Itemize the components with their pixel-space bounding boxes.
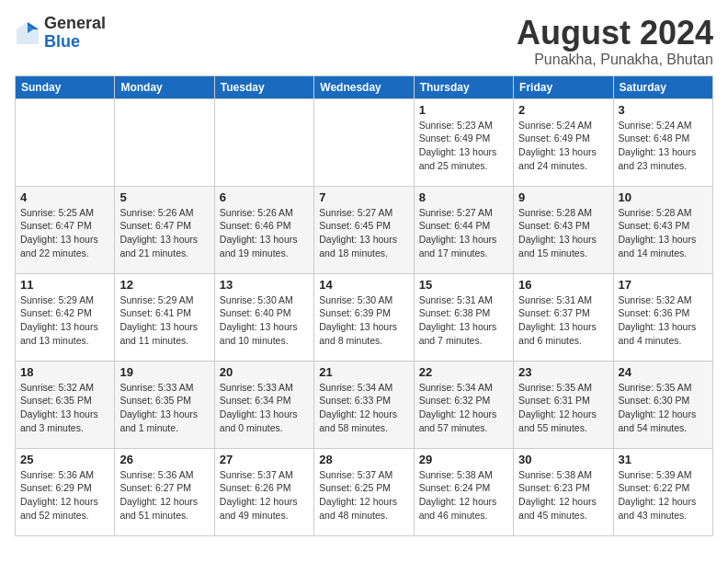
day-info: Sunrise: 5:31 AM Sunset: 6:38 PM Dayligh… — [419, 293, 508, 348]
week-row-4: 18Sunrise: 5:32 AM Sunset: 6:35 PM Dayli… — [16, 361, 713, 448]
day-info: Sunrise: 5:38 AM Sunset: 6:23 PM Dayligh… — [518, 468, 608, 523]
calendar-cell: 27Sunrise: 5:37 AM Sunset: 6:26 PM Dayli… — [214, 448, 313, 535]
month-title: August 2024 — [517, 15, 713, 52]
day-number: 22 — [419, 365, 508, 379]
day-info: Sunrise: 5:30 AM Sunset: 6:39 PM Dayligh… — [319, 293, 408, 348]
calendar-cell: 22Sunrise: 5:34 AM Sunset: 6:32 PM Dayli… — [414, 361, 513, 448]
calendar-cell: 13Sunrise: 5:30 AM Sunset: 6:40 PM Dayli… — [214, 273, 313, 361]
day-info: Sunrise: 5:31 AM Sunset: 6:37 PM Dayligh… — [518, 293, 608, 348]
day-number: 29 — [419, 453, 508, 466]
calendar-cell: 26Sunrise: 5:36 AM Sunset: 6:27 PM Dayli… — [115, 448, 214, 535]
calendar-cell: 15Sunrise: 5:31 AM Sunset: 6:38 PM Dayli… — [414, 273, 513, 361]
page-header: General Blue August 2024 Punakha, Punakh… — [15, 15, 713, 68]
weekday-header-friday: Friday — [514, 75, 613, 98]
day-info: Sunrise: 5:36 AM Sunset: 6:27 PM Dayligh… — [119, 468, 209, 523]
day-number: 24 — [619, 365, 708, 379]
weekday-header-thursday: Thursday — [414, 75, 513, 98]
day-info: Sunrise: 5:32 AM Sunset: 6:36 PM Dayligh… — [619, 293, 708, 348]
day-number: 31 — [619, 453, 708, 466]
day-number: 3 — [619, 103, 708, 117]
day-number: 27 — [220, 453, 309, 466]
day-number: 17 — [619, 278, 708, 292]
day-number: 5 — [119, 190, 209, 204]
day-info: Sunrise: 5:28 AM Sunset: 6:43 PM Dayligh… — [619, 206, 708, 260]
day-info: Sunrise: 5:34 AM Sunset: 6:33 PM Dayligh… — [319, 381, 408, 435]
day-number: 7 — [319, 190, 408, 204]
day-number: 8 — [419, 190, 508, 204]
weekday-header-saturday: Saturday — [613, 75, 712, 98]
calendar-cell: 6Sunrise: 5:26 AM Sunset: 6:46 PM Daylig… — [214, 186, 313, 273]
weekday-header-tuesday: Tuesday — [214, 75, 313, 98]
calendar-cell — [214, 98, 313, 186]
calendar-cell: 29Sunrise: 5:38 AM Sunset: 6:24 PM Dayli… — [414, 448, 513, 535]
calendar-cell: 21Sunrise: 5:34 AM Sunset: 6:33 PM Dayli… — [314, 361, 414, 448]
day-info: Sunrise: 5:29 AM Sunset: 6:42 PM Dayligh… — [20, 293, 109, 348]
week-row-3: 11Sunrise: 5:29 AM Sunset: 6:42 PM Dayli… — [16, 273, 713, 361]
weekday-header-wednesday: Wednesday — [314, 75, 414, 98]
calendar-cell: 11Sunrise: 5:29 AM Sunset: 6:42 PM Dayli… — [16, 273, 115, 361]
calendar-cell: 30Sunrise: 5:38 AM Sunset: 6:23 PM Dayli… — [514, 448, 613, 535]
day-info: Sunrise: 5:35 AM Sunset: 6:31 PM Dayligh… — [518, 381, 608, 435]
week-row-1: 1Sunrise: 5:23 AM Sunset: 6:49 PM Daylig… — [16, 98, 713, 186]
logo-general: General — [44, 14, 106, 32]
day-info: Sunrise: 5:24 AM Sunset: 6:49 PM Dayligh… — [518, 119, 608, 173]
calendar-cell: 8Sunrise: 5:27 AM Sunset: 6:44 PM Daylig… — [414, 186, 513, 273]
calendar-cell: 14Sunrise: 5:30 AM Sunset: 6:39 PM Dayli… — [314, 273, 414, 361]
day-info: Sunrise: 5:35 AM Sunset: 6:30 PM Dayligh… — [619, 381, 708, 435]
calendar-cell — [115, 98, 214, 186]
day-number: 28 — [319, 453, 408, 466]
day-number: 21 — [319, 365, 408, 379]
calendar-cell: 19Sunrise: 5:33 AM Sunset: 6:35 PM Dayli… — [115, 361, 214, 448]
calendar-cell: 3Sunrise: 5:24 AM Sunset: 6:48 PM Daylig… — [613, 98, 712, 186]
day-number: 4 — [20, 190, 109, 204]
day-info: Sunrise: 5:33 AM Sunset: 6:35 PM Dayligh… — [119, 381, 209, 435]
weekday-header-row: SundayMondayTuesdayWednesdayThursdayFrid… — [16, 75, 713, 98]
calendar-cell: 1Sunrise: 5:23 AM Sunset: 6:49 PM Daylig… — [414, 98, 513, 186]
weekday-header-monday: Monday — [115, 75, 214, 98]
location: Punakha, Punakha, Bhutan — [517, 52, 713, 68]
day-info: Sunrise: 5:26 AM Sunset: 6:47 PM Dayligh… — [119, 206, 209, 260]
calendar-cell: 31Sunrise: 5:39 AM Sunset: 6:22 PM Dayli… — [613, 448, 712, 535]
calendar-cell: 16Sunrise: 5:31 AM Sunset: 6:37 PM Dayli… — [514, 273, 613, 361]
day-number: 18 — [20, 365, 109, 379]
calendar-cell: 9Sunrise: 5:28 AM Sunset: 6:43 PM Daylig… — [514, 186, 613, 273]
calendar-cell: 24Sunrise: 5:35 AM Sunset: 6:30 PM Dayli… — [613, 361, 712, 448]
calendar-cell: 18Sunrise: 5:32 AM Sunset: 6:35 PM Dayli… — [16, 361, 115, 448]
day-info: Sunrise: 5:37 AM Sunset: 6:26 PM Dayligh… — [220, 468, 309, 523]
day-info: Sunrise: 5:37 AM Sunset: 6:25 PM Dayligh… — [319, 468, 408, 523]
calendar-cell: 25Sunrise: 5:36 AM Sunset: 6:29 PM Dayli… — [16, 448, 115, 535]
calendar-cell: 28Sunrise: 5:37 AM Sunset: 6:25 PM Dayli… — [314, 448, 414, 535]
day-number: 6 — [220, 190, 309, 204]
day-number: 9 — [518, 190, 608, 204]
day-info: Sunrise: 5:38 AM Sunset: 6:24 PM Dayligh… — [419, 468, 508, 523]
day-number: 10 — [619, 190, 708, 204]
day-number: 26 — [119, 453, 209, 466]
calendar-cell: 12Sunrise: 5:29 AM Sunset: 6:41 PM Dayli… — [115, 273, 214, 361]
day-info: Sunrise: 5:23 AM Sunset: 6:49 PM Dayligh… — [419, 119, 508, 173]
calendar-cell: 23Sunrise: 5:35 AM Sunset: 6:31 PM Dayli… — [514, 361, 613, 448]
calendar-cell: 2Sunrise: 5:24 AM Sunset: 6:49 PM Daylig… — [514, 98, 613, 186]
calendar-cell: 17Sunrise: 5:32 AM Sunset: 6:36 PM Dayli… — [613, 273, 712, 361]
day-number: 23 — [518, 365, 608, 379]
day-info: Sunrise: 5:30 AM Sunset: 6:40 PM Dayligh… — [220, 293, 309, 348]
day-info: Sunrise: 5:25 AM Sunset: 6:47 PM Dayligh… — [20, 206, 109, 260]
logo: General Blue — [15, 15, 106, 52]
calendar-cell: 5Sunrise: 5:26 AM Sunset: 6:47 PM Daylig… — [115, 186, 214, 273]
day-number: 12 — [119, 278, 209, 292]
day-info: Sunrise: 5:28 AM Sunset: 6:43 PM Dayligh… — [518, 206, 608, 260]
day-number: 2 — [518, 103, 608, 117]
calendar-cell — [314, 98, 414, 186]
day-number: 20 — [220, 365, 309, 379]
calendar-cell: 7Sunrise: 5:27 AM Sunset: 6:45 PM Daylig… — [314, 186, 414, 273]
week-row-2: 4Sunrise: 5:25 AM Sunset: 6:47 PM Daylig… — [16, 186, 713, 273]
calendar-cell: 20Sunrise: 5:33 AM Sunset: 6:34 PM Dayli… — [214, 361, 313, 448]
day-number: 14 — [319, 278, 408, 292]
day-info: Sunrise: 5:33 AM Sunset: 6:34 PM Dayligh… — [220, 381, 309, 435]
weekday-header-sunday: Sunday — [16, 75, 115, 98]
week-row-5: 25Sunrise: 5:36 AM Sunset: 6:29 PM Dayli… — [16, 448, 713, 535]
calendar: SundayMondayTuesdayWednesdayThursdayFrid… — [15, 75, 713, 536]
day-info: Sunrise: 5:24 AM Sunset: 6:48 PM Dayligh… — [619, 119, 708, 173]
logo-icon — [15, 20, 40, 46]
day-info: Sunrise: 5:32 AM Sunset: 6:35 PM Dayligh… — [20, 381, 109, 435]
calendar-cell: 4Sunrise: 5:25 AM Sunset: 6:47 PM Daylig… — [16, 186, 115, 273]
